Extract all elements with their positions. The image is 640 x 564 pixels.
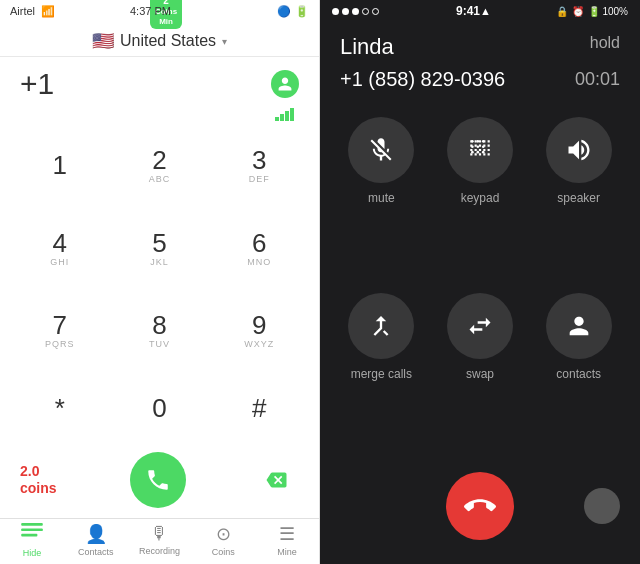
contacts-call-label: contacts — [556, 367, 601, 381]
mute-label: mute — [368, 191, 395, 205]
key-6[interactable]: 6 MNO — [209, 207, 309, 290]
tab-contacts-label: Contacts — [78, 547, 114, 557]
wifi-icon: 📶 — [41, 5, 55, 18]
tab-hide[interactable]: Hide — [0, 523, 64, 558]
svg-point-8 — [477, 140, 480, 143]
svg-point-9 — [482, 140, 485, 143]
svg-point-14 — [477, 151, 480, 154]
alarm-icon: ⏰ — [572, 6, 584, 17]
country-code-prefix: +1 — [20, 67, 54, 101]
dot-4 — [362, 8, 369, 15]
key-5[interactable]: 5 JKL — [110, 207, 210, 290]
merge-calls-circle — [348, 293, 414, 359]
tab-mine-label: Mine — [277, 547, 297, 557]
svg-point-11 — [477, 145, 480, 148]
dot-1 — [332, 8, 339, 15]
swap-circle — [447, 293, 513, 359]
merge-calls-label: merge calls — [351, 367, 412, 381]
side-control-dot — [584, 488, 620, 524]
end-call-row — [320, 462, 640, 564]
call-number-row: +1 (858) 829-0396 00:01 — [320, 68, 640, 107]
dialpad: 1 2 ABC 3 DEF 4 GHI 5 JKL 6 MNO 7 PQRS 8 — [0, 124, 319, 444]
svg-point-7 — [471, 140, 474, 143]
lock-icon: 🔒 — [556, 6, 568, 17]
mute-button[interactable]: mute — [340, 117, 423, 277]
tab-coins-label: Coins — [212, 547, 235, 557]
left-status-bar: Airtel 📶 2 Coins Min 4:37 PM 🔵 🔋 — [0, 0, 319, 22]
key-7[interactable]: 7 PQRS — [10, 290, 110, 373]
coins-display: 2.0 coins — [20, 463, 57, 497]
country-selector[interactable]: 🇺🇸 United States ▾ — [0, 22, 319, 57]
keypad-label: keypad — [461, 191, 500, 205]
tab-recording[interactable]: 🎙 Recording — [128, 523, 192, 558]
left-panel: Airtel 📶 2 Coins Min 4:37 PM 🔵 🔋 🇺🇸 Unit… — [0, 0, 320, 564]
tab-mine[interactable]: ☰ Mine — [255, 523, 319, 558]
key-1[interactable]: 1 — [10, 124, 110, 207]
contacts-call-button[interactable]: contacts — [537, 293, 620, 453]
bluetooth-icon: 🔵 — [277, 5, 291, 18]
key-8[interactable]: 8 TUV — [110, 290, 210, 373]
mine-icon: ☰ — [279, 523, 295, 545]
svg-point-12 — [482, 145, 485, 148]
bottom-bar: 2.0 coins — [0, 444, 319, 518]
carrier-label: Airtel — [10, 5, 35, 17]
contact-icon[interactable] — [271, 70, 299, 98]
svg-point-10 — [471, 145, 474, 148]
right-status-icons-group: ▲ — [480, 5, 491, 17]
speaker-button[interactable]: speaker — [537, 117, 620, 277]
right-wifi-icon: ▲ — [480, 5, 491, 17]
left-time: 4:37 PM — [130, 5, 171, 17]
tab-recording-label: Recording — [139, 546, 180, 556]
recording-icon: 🎙 — [150, 523, 168, 544]
contacts-call-circle — [546, 293, 612, 359]
speaker-circle — [546, 117, 612, 183]
dot-3 — [352, 8, 359, 15]
caller-number: +1 (858) 829-0396 — [340, 68, 505, 91]
key-hash[interactable]: # — [209, 372, 309, 444]
svg-point-13 — [471, 151, 474, 154]
svg-rect-6 — [21, 534, 37, 537]
dot-2 — [342, 8, 349, 15]
caller-name: Linda — [340, 34, 394, 60]
key-3[interactable]: 3 DEF — [209, 124, 309, 207]
tab-contacts[interactable]: 👤 Contacts — [64, 523, 128, 558]
svg-rect-4 — [21, 523, 43, 526]
key-0[interactable]: 0 — [110, 372, 210, 444]
speaker-label: speaker — [557, 191, 600, 205]
right-panel: ▲ 9:41 🔒 ⏰ 🔋 100% Linda hold +1 (858) 82… — [320, 0, 640, 564]
country-flag: 🇺🇸 — [92, 30, 114, 52]
svg-rect-0 — [275, 117, 279, 121]
svg-rect-3 — [290, 108, 294, 121]
swap-button[interactable]: swap — [439, 293, 522, 453]
key-2[interactable]: 2 ABC — [110, 124, 210, 207]
keypad-circle — [447, 117, 513, 183]
end-call-button[interactable] — [446, 472, 514, 540]
coins-icon: ⊙ — [216, 523, 231, 545]
tab-hide-label: Hide — [23, 548, 42, 558]
call-button[interactable] — [130, 452, 186, 508]
tab-bar: Hide 👤 Contacts 🎙 Recording ⊙ Coins ☰ Mi… — [0, 518, 319, 564]
dot-5 — [372, 8, 379, 15]
svg-point-15 — [482, 151, 485, 154]
svg-rect-5 — [21, 528, 43, 531]
call-info: Linda hold — [320, 22, 640, 68]
battery-full-icon: 🔋 100% — [588, 6, 628, 17]
backspace-button[interactable] — [259, 460, 299, 500]
keypad-button[interactable]: keypad — [439, 117, 522, 277]
right-battery-group: 🔒 ⏰ 🔋 100% — [556, 6, 628, 17]
tab-coins[interactable]: ⊙ Coins — [191, 523, 255, 558]
key-star[interactable]: * — [10, 372, 110, 444]
call-timer: 00:01 — [575, 69, 620, 90]
battery-icon: 🔋 — [295, 5, 309, 18]
signal-bars — [0, 105, 319, 124]
swap-label: swap — [466, 367, 494, 381]
mute-circle — [348, 117, 414, 183]
svg-rect-2 — [285, 111, 289, 121]
signal-dots — [332, 8, 379, 15]
merge-calls-button[interactable]: merge calls — [340, 293, 423, 453]
key-9[interactable]: 9 WXYZ — [209, 290, 309, 373]
chevron-down-icon: ▾ — [222, 36, 227, 47]
svg-rect-1 — [280, 114, 284, 121]
call-buttons-grid: mute keypad — [320, 107, 640, 462]
key-4[interactable]: 4 GHI — [10, 207, 110, 290]
